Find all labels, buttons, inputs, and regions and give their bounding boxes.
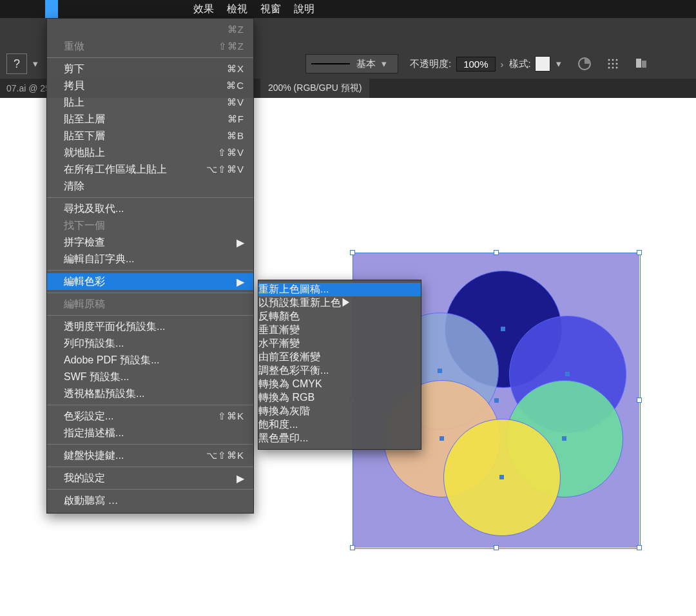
menu-copy[interactable]: 拷貝⌘C — [47, 77, 253, 94]
anchor-point — [438, 369, 442, 373]
selection-handle[interactable] — [637, 545, 642, 550]
menu-undo[interactable]: ⌘Z — [47, 21, 253, 38]
arrange-icon[interactable] — [630, 55, 652, 73]
svg-point-4 — [608, 63, 610, 64]
menu-separator — [47, 57, 253, 58]
menu-shortcuts[interactable]: 鍵盤快捷鍵...⌥⇧⌘K — [47, 447, 253, 464]
svg-rect-10 — [636, 59, 641, 68]
help-button[interactable]: ? — [6, 53, 27, 74]
anchor-point — [565, 372, 570, 376]
submenu-to-cmyk: 轉換為 CMYK — [258, 378, 421, 391]
submenu-recolor[interactable]: 重新上色圖稿... — [258, 283, 421, 296]
selection-handle[interactable] — [350, 250, 355, 255]
menu-separator — [47, 197, 253, 198]
svg-point-2 — [612, 59, 614, 61]
menu-separator — [47, 444, 253, 445]
menu-find-next: 找下一個 — [47, 217, 253, 234]
submenu-to-rgb[interactable]: 轉換為 RGB — [258, 391, 421, 405]
menubar: 效果 檢視 視窗 說明 — [0, 0, 696, 18]
submenu-blend-fb[interactable]: 由前至後漸變 — [258, 351, 421, 364]
anchor-point — [501, 327, 505, 331]
menu-edit-colors[interactable]: 編輯色彩▶ — [47, 273, 253, 290]
submenu-to-gray[interactable]: 轉換為灰階 — [258, 405, 421, 418]
menu-find[interactable]: 尋找及取代... — [47, 200, 253, 217]
menu-assign-profile[interactable]: 指定描述檔... — [47, 425, 253, 441]
menu-separator — [47, 467, 253, 467]
menu-paste-front[interactable]: 貼至上層⌘F — [47, 111, 253, 128]
selection-handle[interactable] — [637, 250, 642, 255]
selection-handle[interactable] — [637, 398, 642, 403]
submenu-saturate[interactable]: 飽和度... — [258, 418, 421, 432]
menu-paste-back[interactable]: 貼至下層⌘B — [47, 128, 253, 144]
menu-cut[interactable]: 剪下⌘X — [47, 61, 253, 77]
chevron-right-icon[interactable]: › — [501, 59, 504, 70]
recolor-icon[interactable] — [574, 55, 595, 73]
menubar-view[interactable]: 檢視 — [220, 0, 254, 18]
menu-separator — [47, 270, 253, 271]
menu-clear[interactable]: 清除 — [47, 178, 253, 195]
dropdown-icon[interactable]: ▾ — [31, 58, 40, 70]
anchor-point — [562, 436, 566, 441]
selection-handle[interactable] — [350, 545, 355, 550]
align-icon[interactable] — [602, 55, 624, 73]
svg-point-7 — [608, 67, 610, 68]
opacity-label: 不透明度: — [410, 58, 451, 70]
anchor-point — [440, 436, 444, 441]
submenu-overprint[interactable]: 黑色疊印... — [258, 432, 421, 445]
menu-print-preset[interactable]: 列印預設集... — [47, 335, 253, 352]
svg-point-8 — [612, 67, 614, 68]
menubar-effect[interactable]: 效果 — [187, 0, 220, 18]
svg-point-6 — [616, 63, 617, 64]
svg-point-3 — [616, 59, 617, 61]
svg-point-9 — [616, 67, 617, 68]
stroke-style-label: 基本 — [356, 58, 376, 70]
menu-custom-dict[interactable]: 編輯自訂字典... — [47, 251, 253, 267]
menu-my-settings[interactable]: 我的設定▶ — [47, 470, 253, 486]
menu-edit-original: 編輯原稿 — [47, 296, 253, 313]
stroke-preview-icon — [311, 63, 350, 64]
style-swatch[interactable] — [535, 56, 550, 72]
anchor-point — [499, 475, 504, 479]
document-tab-active[interactable]: 200% (RGB/GPU 預視) — [260, 79, 369, 98]
menu-transp-preset[interactable]: 透明度平面化預設集... — [47, 318, 253, 335]
menu-color-settings[interactable]: 色彩設定...⇧⌘K — [47, 408, 253, 425]
opacity-input[interactable]: 100% — [456, 57, 495, 72]
svg-point-1 — [608, 59, 610, 61]
anchor-point — [494, 398, 499, 403]
svg-rect-11 — [642, 61, 646, 68]
style-label: 樣式: — [509, 58, 531, 70]
submenu-recolor-preset[interactable]: 以預設集重新上色▶ — [258, 296, 421, 310]
submenu-blend-v[interactable]: 垂直漸變 — [258, 323, 421, 337]
chevron-down-icon[interactable]: ▾ — [554, 58, 563, 70]
menu-paste-place[interactable]: 就地貼上⇧⌘V — [47, 144, 253, 161]
submenu-blend-h[interactable]: 水平漸變 — [258, 337, 421, 351]
menu-separator — [47, 489, 253, 490]
menu-swf-preset[interactable]: SWF 預設集... — [47, 369, 253, 385]
menu-pdf-preset[interactable]: Adobe PDF 預設集... — [47, 352, 253, 369]
menu-spell[interactable]: 拼字檢查▶ — [47, 234, 253, 251]
menu-paste[interactable]: 貼上⌘V — [47, 94, 253, 111]
menu-dictation[interactable]: 啟動聽寫 … — [47, 492, 253, 509]
menu-persp-preset[interactable]: 透視格點預設集... — [47, 385, 253, 402]
menubar-window[interactable]: 視窗 — [254, 0, 287, 18]
submenu-invert[interactable]: 反轉顏色 — [258, 310, 421, 323]
stroke-style-dropdown[interactable]: 基本 ▾ — [305, 54, 398, 73]
menubar-edit[interactable] — [45, 0, 58, 18]
selection-handle[interactable] — [494, 545, 499, 550]
menu-redo: 重做⇧⌘Z — [47, 38, 253, 55]
menu-separator — [47, 315, 253, 316]
edit-menu: ⌘Z 重做⇧⌘Z 剪下⌘X 拷貝⌘C 貼上⌘V 貼至上層⌘F 貼至下層⌘B 就地… — [46, 18, 254, 514]
chevron-down-icon: ▾ — [380, 58, 389, 70]
edit-colors-submenu: 重新上色圖稿... 以預設集重新上色▶ 反轉顏色 垂直漸變 水平漸變 由前至後漸… — [258, 280, 421, 450]
menu-separator — [47, 405, 253, 405]
svg-point-5 — [612, 63, 614, 64]
menu-separator — [47, 293, 253, 293]
selection-handle[interactable] — [494, 250, 499, 255]
submenu-adjust-balance[interactable]: 調整色彩平衡... — [258, 364, 421, 378]
menubar-help[interactable]: 說明 — [287, 0, 321, 18]
menu-paste-all[interactable]: 在所有工作區域上貼上⌥⇧⌘V — [47, 161, 253, 178]
